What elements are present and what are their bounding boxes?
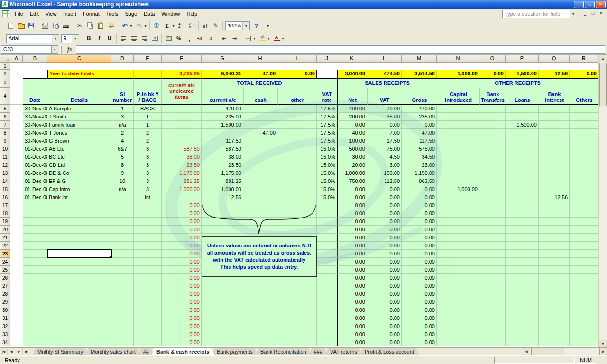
row-header-23[interactable]: 23 bbox=[0, 250, 10, 258]
cell-F34[interactable]: 0.00 bbox=[162, 338, 202, 346]
cell-M20[interactable]: 0.00 bbox=[402, 226, 437, 234]
tab-sheet-3[interactable]: ## bbox=[138, 348, 154, 355]
cell-O31[interactable] bbox=[479, 314, 506, 322]
cell-R14[interactable] bbox=[570, 177, 598, 185]
cell-I9[interactable] bbox=[277, 137, 317, 145]
cell-O19[interactable] bbox=[479, 218, 506, 226]
percent-button[interactable]: % bbox=[174, 33, 184, 44]
cell-G13[interactable]: 1,175.00 bbox=[202, 169, 243, 177]
cell-D32[interactable] bbox=[111, 322, 134, 330]
workbook-restore-button[interactable]: □ bbox=[589, 10, 597, 18]
copy-button[interactable] bbox=[85, 20, 95, 31]
cell-M2[interactable]: 3,514.50 bbox=[402, 70, 437, 78]
cell-K2[interactable]: 3,040.00 bbox=[337, 70, 367, 78]
menu-view[interactable]: View bbox=[42, 9, 60, 18]
cell-B10[interactable]: 01-Dec-08 bbox=[23, 145, 47, 153]
cell-C9[interactable]: G Brown bbox=[47, 137, 111, 145]
spelling-button[interactable]: abc bbox=[61, 20, 71, 31]
save-button[interactable] bbox=[26, 20, 37, 31]
cell-C20[interactable] bbox=[47, 226, 111, 234]
row-header-16[interactable]: 16 bbox=[0, 193, 10, 201]
cell-G2[interactable]: 6,040.31 bbox=[202, 70, 243, 78]
cell-C12[interactable]: CD Ltd bbox=[47, 161, 111, 169]
cell-K12[interactable]: 20.00 bbox=[337, 161, 367, 169]
column-header-M[interactable]: M bbox=[402, 55, 437, 63]
cell-L6[interactable]: 35.00 bbox=[367, 113, 402, 121]
column-header-R[interactable]: R bbox=[570, 55, 598, 63]
select-all-corner[interactable] bbox=[0, 55, 10, 63]
cell-O20[interactable] bbox=[479, 226, 506, 234]
cell-L7[interactable]: 0.00 bbox=[367, 121, 402, 129]
cell-E30[interactable] bbox=[134, 306, 162, 314]
cell-J16[interactable]: 15.0% bbox=[317, 193, 337, 201]
fill-color-dropdown[interactable]: ▾ bbox=[266, 33, 271, 44]
cell-Q25[interactable] bbox=[539, 266, 570, 274]
cell-A12[interactable] bbox=[10, 161, 23, 169]
cell-F23[interactable]: 0.00 bbox=[162, 250, 202, 258]
cell-A7[interactable] bbox=[10, 121, 23, 129]
row-header-1[interactable]: 1 bbox=[0, 63, 10, 70]
cell-D20[interactable] bbox=[111, 226, 134, 234]
cell-P13[interactable] bbox=[506, 169, 539, 177]
cell-E18[interactable] bbox=[134, 209, 162, 218]
cell-F25[interactable]: 0.00 bbox=[162, 266, 202, 274]
cell-B9[interactable]: 30-Nov-08 bbox=[23, 137, 47, 145]
cell-N20[interactable] bbox=[437, 226, 479, 234]
help-question-box[interactable]: Type a question for help ▾ bbox=[502, 10, 577, 18]
cell-E11[interactable]: 3 bbox=[134, 153, 162, 161]
menu-format[interactable]: Format bbox=[80, 9, 103, 18]
horizontal-scrollbar[interactable]: ◀ ▶ bbox=[523, 348, 607, 355]
cell-K16[interactable]: 0.00 bbox=[337, 193, 367, 201]
cell-A16[interactable] bbox=[10, 193, 23, 201]
cell-A9[interactable] bbox=[10, 137, 23, 145]
cell-I16[interactable] bbox=[277, 193, 317, 201]
cell-C14[interactable]: EF & G bbox=[47, 177, 111, 185]
cell-H7[interactable] bbox=[243, 121, 277, 129]
cell-N19[interactable] bbox=[437, 218, 479, 226]
cell-L20[interactable]: 0.00 bbox=[367, 226, 402, 234]
decrease-indent-button[interactable]: ⇤ bbox=[219, 33, 229, 44]
cell-R6[interactable] bbox=[570, 113, 598, 121]
cell-C2[interactable]: Year to date totals bbox=[47, 70, 111, 78]
cell-F11[interactable]: 38.00 bbox=[162, 153, 202, 161]
cell-Q2[interactable]: 12.56 bbox=[539, 70, 570, 78]
row-header-30[interactable]: 30 bbox=[0, 306, 10, 314]
cell-H11[interactable] bbox=[243, 153, 277, 161]
cell-K25[interactable]: 0.00 bbox=[337, 266, 367, 274]
cell-D15[interactable]: n/a bbox=[111, 185, 134, 193]
cell-K17[interactable]: 0.00 bbox=[337, 201, 367, 209]
cell-J34[interactable] bbox=[317, 338, 337, 346]
open-button[interactable] bbox=[16, 20, 26, 31]
cell-J9[interactable]: 17.5% bbox=[317, 137, 337, 145]
cell-H2[interactable]: 47.00 bbox=[243, 70, 277, 78]
cell-K6[interactable]: 200.00 bbox=[337, 113, 367, 121]
cell-N34[interactable] bbox=[437, 338, 479, 346]
cell-D5[interactable]: 1 bbox=[111, 105, 134, 113]
cell-A11[interactable] bbox=[10, 153, 23, 161]
cell-H10[interactable] bbox=[243, 145, 277, 153]
cell-J5[interactable]: 17.5% bbox=[317, 105, 337, 113]
chevron-down-icon[interactable]: ▾ bbox=[52, 35, 59, 43]
cell-E24[interactable] bbox=[134, 258, 162, 266]
cell-M19[interactable]: 0.00 bbox=[402, 218, 437, 226]
cell-Q7[interactable] bbox=[539, 121, 570, 129]
cell-B12[interactable]: 01-Dec-08 bbox=[23, 161, 47, 169]
row-header-18[interactable]: 18 bbox=[0, 209, 10, 218]
row-header-29[interactable]: 29 bbox=[0, 298, 10, 306]
cell-B19[interactable] bbox=[23, 218, 47, 226]
cell-L17[interactable]: 0.00 bbox=[367, 201, 402, 209]
menu-window[interactable]: Window bbox=[158, 9, 183, 18]
cell-P25[interactable] bbox=[506, 266, 539, 274]
cell-D31[interactable] bbox=[111, 314, 134, 322]
cell-O5[interactable] bbox=[479, 105, 506, 113]
cell-K22[interactable]: 0.00 bbox=[337, 242, 367, 250]
cell-G9[interactable]: 117.50 bbox=[202, 137, 243, 145]
cell-B25[interactable] bbox=[23, 266, 47, 274]
cell-Q29[interactable] bbox=[539, 298, 570, 306]
cell-E34[interactable] bbox=[134, 338, 162, 346]
cell-R20[interactable] bbox=[570, 226, 598, 234]
cell-D27[interactable] bbox=[111, 282, 134, 290]
cell-L2[interactable]: 474.50 bbox=[367, 70, 402, 78]
tab-scroll-first-button[interactable]: |◀ bbox=[0, 348, 8, 355]
cell-C17[interactable] bbox=[47, 201, 111, 209]
